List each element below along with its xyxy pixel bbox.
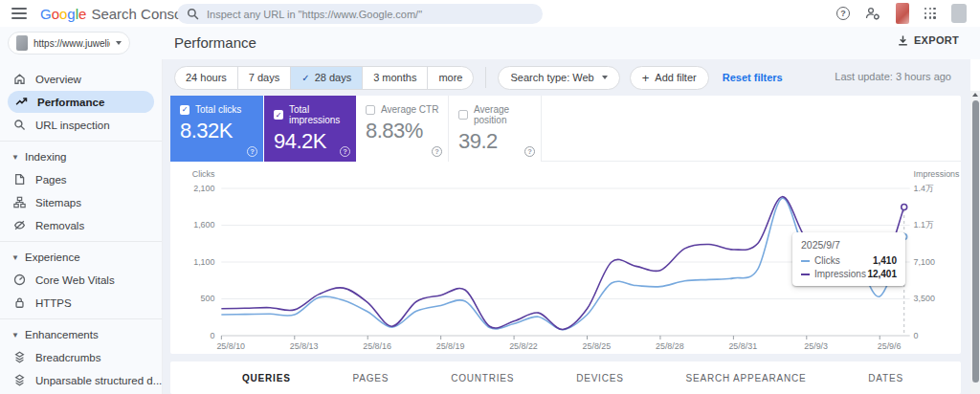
tab-queries[interactable]: QUERIES xyxy=(242,373,291,383)
tooltip-impressions-row: Impressions 12,401 xyxy=(801,269,897,279)
sidebar-item-pages[interactable]: Pages xyxy=(0,168,156,190)
chevron-down-icon xyxy=(116,41,122,45)
sidebar-item-performance[interactable]: Performance xyxy=(8,91,154,113)
sidebar-section-enhancements[interactable]: ▼ Enhancements xyxy=(0,324,162,345)
plus-icon: + xyxy=(642,71,650,85)
property-row: https://www.juweliersw... Performance EX… xyxy=(0,27,980,59)
date-range-group: 24 hours 7 days ✓28 days 3 months more xyxy=(174,66,474,90)
tab-dates[interactable]: DATES xyxy=(868,373,903,383)
chevron-down-icon: ▼ xyxy=(11,331,23,339)
svg-text:25/8/31: 25/8/31 xyxy=(728,341,757,351)
app-header: Google Search Console ? xyxy=(0,0,980,27)
sidebar-item-url-inspection[interactable]: URL inspection xyxy=(0,114,156,136)
breadcrumbs-icon xyxy=(13,351,26,363)
average-position-card[interactable]: Average position 39.2 ? xyxy=(449,96,542,162)
help-icon[interactable]: ? xyxy=(340,146,350,157)
svg-text:Clicks: Clicks xyxy=(192,169,215,179)
total-impressions-card[interactable]: ✓Total impressions 94.2K ? xyxy=(263,96,356,162)
svg-text:25/8/28: 25/8/28 xyxy=(656,341,684,351)
svg-text:25/8/25: 25/8/25 xyxy=(583,341,612,351)
chevron-down-icon: ▼ xyxy=(11,253,23,262)
app-logo: Google Search Console xyxy=(40,6,193,22)
sidebar-item-unparsable-structured-data[interactable]: Unparsable structured d... xyxy=(0,369,156,391)
url-inspect-searchbar[interactable] xyxy=(177,4,543,24)
range-28-days[interactable]: ✓28 days xyxy=(290,67,362,89)
reset-filters-link[interactable]: Reset filters xyxy=(723,72,783,83)
help-icon[interactable]: ? xyxy=(247,146,257,157)
sitemaps-icon xyxy=(13,196,26,208)
url-inspect-input[interactable] xyxy=(207,9,533,20)
range-3-months[interactable]: 3 months xyxy=(362,67,427,89)
avatar[interactable] xyxy=(896,3,909,24)
tooltip-date: 2025/9/7 xyxy=(801,239,897,251)
sidebar-item-removals[interactable]: Removals xyxy=(0,214,156,236)
tab-pages[interactable]: PAGES xyxy=(353,373,390,383)
clicks-series-swatch xyxy=(801,260,810,262)
svg-text:1,600: 1,600 xyxy=(193,220,214,230)
help-icon[interactable]: ? xyxy=(524,146,535,157)
divider xyxy=(0,141,162,142)
search-icon xyxy=(13,119,26,131)
checkbox-unchecked-icon[interactable] xyxy=(366,105,375,115)
chevron-down-icon: ▼ xyxy=(11,153,23,162)
pages-icon xyxy=(13,173,26,186)
sidebar-section-indexing[interactable]: ▼ Indexing xyxy=(0,146,162,167)
svg-text:25/8/10: 25/8/10 xyxy=(216,341,245,351)
divider xyxy=(485,67,486,88)
total-clicks-value: 8.32K xyxy=(180,119,263,143)
sidebar-item-https[interactable]: HTTPS xyxy=(0,292,156,314)
checkbox-checked-icon[interactable]: ✓ xyxy=(180,105,189,115)
sidebar-section-experience[interactable]: ▼ Experience xyxy=(0,247,162,268)
property-selector[interactable]: https://www.juweliersw... xyxy=(8,32,130,55)
menu-icon[interactable] xyxy=(11,8,27,19)
account-avatar[interactable] xyxy=(951,4,967,23)
structured-data-icon xyxy=(13,374,26,386)
help-icon[interactable]: ? xyxy=(432,146,442,157)
performance-chart[interactable]: 2,1001.4万1,6001.1万1,1007,1005003,50000Cl… xyxy=(170,169,961,361)
tab-search-appearance[interactable]: SEARCH APPEARANCE xyxy=(686,373,807,383)
tab-countries[interactable]: COUNTRIES xyxy=(451,373,514,383)
performance-panel: ✓Total clicks 8.32K ? ✓Total impressions… xyxy=(170,96,961,354)
checkbox-unchecked-icon[interactable] xyxy=(458,110,468,120)
help-icon[interactable]: ? xyxy=(836,7,850,20)
svg-text:7,100: 7,100 xyxy=(914,257,935,267)
impressions-series-swatch xyxy=(801,274,810,275)
manage-users-icon[interactable] xyxy=(865,7,880,20)
tab-devices[interactable]: DEVICES xyxy=(576,373,624,383)
sidebar-item-breadcrumbs[interactable]: Breadcrumbs xyxy=(0,346,156,368)
property-label: https://www.juweliersw... xyxy=(33,38,110,49)
scroll-up-icon[interactable] xyxy=(972,93,978,97)
svg-text:25/8/13: 25/8/13 xyxy=(290,341,319,351)
removals-icon xyxy=(13,219,26,231)
scrollbar-thumb[interactable] xyxy=(972,100,979,383)
range-7-days[interactable]: 7 days xyxy=(237,67,290,89)
svg-text:1,100: 1,100 xyxy=(193,257,214,267)
total-clicks-card[interactable]: ✓Total clicks 8.32K ? xyxy=(170,96,263,162)
range-more[interactable]: more xyxy=(427,67,473,89)
svg-text:500: 500 xyxy=(201,294,215,303)
svg-text:2,100: 2,100 xyxy=(193,184,214,193)
svg-text:0: 0 xyxy=(210,331,214,340)
sidebar-item-core-web-vitals[interactable]: Core Web Vitals xyxy=(0,269,156,291)
search-icon xyxy=(187,8,199,20)
add-filter-button[interactable]: +Add filter xyxy=(630,66,709,90)
sidebar-item-sitemaps[interactable]: Sitemaps xyxy=(0,191,156,213)
export-button[interactable]: EXPORT xyxy=(898,34,959,46)
divider xyxy=(0,318,162,319)
sidebar: Overview Performance URL inspection ▼ In… xyxy=(0,59,163,394)
svg-text:1.4万: 1.4万 xyxy=(914,184,934,193)
sidebar-item-overview[interactable]: Overview xyxy=(0,68,156,90)
property-favicon xyxy=(16,35,28,51)
metric-cards-row: ✓Total clicks 8.32K ? ✓Total impressions… xyxy=(170,96,961,162)
vertical-scrollbar[interactable] xyxy=(970,91,980,394)
apps-grid-icon[interactable] xyxy=(924,8,936,19)
range-24-hours[interactable]: 24 hours xyxy=(175,67,237,89)
main-content: 24 hours 7 days ✓28 days 3 months more S… xyxy=(163,59,970,394)
svg-text:0: 0 xyxy=(914,331,919,340)
search-type-dropdown[interactable]: Search type: Web xyxy=(498,66,619,90)
last-update-text: Last update: 3 hours ago xyxy=(835,71,951,82)
svg-text:25/8/19: 25/8/19 xyxy=(436,341,465,351)
average-ctr-card[interactable]: Average CTR 8.83% ? xyxy=(356,96,449,162)
checkbox-checked-icon[interactable]: ✓ xyxy=(274,110,283,120)
svg-text:25/8/22: 25/8/22 xyxy=(509,341,538,351)
